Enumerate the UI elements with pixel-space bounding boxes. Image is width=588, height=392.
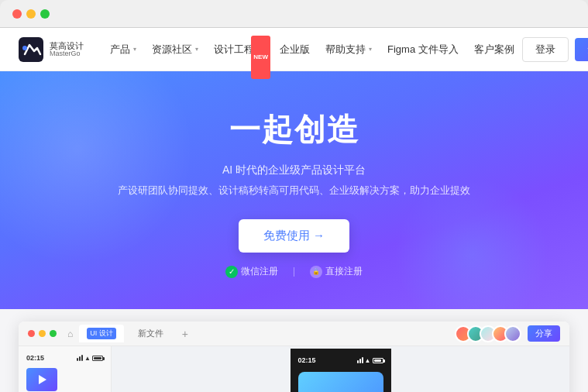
navigation: 莫高设计 MasterGo 产品 ▾ 资源社区 ▾ 设计工程化 NEW 企业版 … — [0, 28, 588, 71]
chevron-down-icon: ▾ — [133, 28, 136, 71]
traffic-lights — [12, 9, 50, 19]
wifi-icon: ▲ — [84, 355, 91, 362]
home-icon[interactable]: ⌂ — [67, 328, 73, 339]
phone-frame-light: 02:15 ▲ — [19, 346, 112, 392]
website: 莫高设计 MasterGo 产品 ▾ 资源社区 ▾ 设计工程化 NEW 企业版 … — [0, 28, 588, 392]
app-preview-section: ⌂ UI 设计 新文件 + 分享 — [0, 309, 588, 392]
wechat-icon: ✓ — [225, 266, 238, 278]
window-minimize[interactable] — [39, 330, 46, 337]
collaborator-avatars — [455, 325, 521, 342]
hero-section: 一起创造 AI 时代的企业级产品设计平台 产设研团队协同提效、设计稿秒转高可用代… — [0, 71, 588, 309]
nav-item-engineering[interactable]: 设计工程化 NEW — [206, 28, 272, 71]
app-window: ⌂ UI 设计 新文件 + 分享 — [19, 322, 569, 392]
phone-frame-dark: 02:15 ▲ — [291, 349, 391, 392]
minimize-button[interactable] — [26, 9, 36, 19]
signal-icon — [77, 355, 83, 361]
chevron-down-icon: ▾ — [195, 28, 198, 71]
nav-items: 产品 ▾ 资源社区 ▾ 设计工程化 NEW 企业版 帮助支持 ▾ Figma 文… — [102, 28, 522, 71]
app-window-bar: ⌂ UI 设计 新文件 + 分享 — [19, 322, 569, 346]
window-maximize[interactable] — [50, 330, 57, 337]
hero-subtitle: AI 时代的企业级产品设计平台 — [19, 163, 569, 177]
phone-login[interactable]: 🔒 直接注册 — [310, 265, 363, 278]
share-button[interactable]: 分享 — [528, 325, 560, 342]
dark-phone-time: 02:15 — [298, 356, 316, 364]
dark-battery-icon — [373, 358, 383, 363]
hero-cta-button[interactable]: 免费使用 → — [239, 219, 349, 253]
nav-logo[interactable]: 莫高设计 MasterGo — [19, 37, 84, 62]
phone-label: 直接注册 — [325, 265, 363, 278]
video-thumbnail[interactable] — [26, 368, 57, 391]
browser-chrome — [0, 0, 588, 28]
social-divider — [294, 267, 294, 277]
nav-item-help[interactable]: 帮助支持 ▾ — [318, 28, 380, 71]
phone-card — [298, 372, 383, 392]
battery-icon — [92, 356, 103, 361]
close-button[interactable] — [12, 9, 22, 19]
hero-desc: 产设研团队协同提效、设计稿秒转高可用代码、企业级解决方案，助力企业提效 — [19, 184, 569, 198]
nav-item-figma[interactable]: Figma 文件导入 — [380, 28, 466, 71]
app-content: 02:15 ▲ — [19, 346, 569, 392]
canvas-area[interactable]: 02:15 ▲ — [112, 346, 569, 392]
tab-new-file[interactable]: 新文件 — [130, 325, 171, 342]
avatar-5 — [504, 325, 521, 342]
wechat-label: 微信注册 — [241, 265, 278, 278]
phone-status-bar: 02:15 ▲ — [26, 354, 103, 362]
tab-actions: 分享 — [455, 325, 560, 342]
phone-time: 02:15 — [26, 354, 44, 362]
fullscreen-button[interactable] — [40, 9, 50, 19]
play-icon — [39, 375, 46, 384]
register-button[interactable]: 免费注册 — [575, 38, 588, 61]
dark-wifi-icon: ▲ — [365, 357, 371, 364]
nav-item-cases[interactable]: 客户案例 — [466, 28, 522, 71]
new-badge: NEW — [251, 36, 270, 79]
nav-actions: 登录 免费注册 — [522, 37, 588, 62]
chevron-down-icon: ▾ — [369, 28, 372, 71]
status-icons: ▲ — [77, 355, 103, 362]
hero-social-login: ✓ 微信注册 🔒 直接注册 — [19, 265, 569, 278]
logo-text: 莫高设计 MasterGo — [50, 41, 84, 58]
login-button[interactable]: 登录 — [522, 37, 569, 62]
window-close[interactable] — [28, 330, 35, 337]
add-tab-button[interactable]: + — [177, 328, 193, 340]
hero-title: 一起创造 — [19, 108, 569, 151]
nav-item-products[interactable]: 产品 ▾ — [102, 28, 144, 71]
logo-icon — [19, 37, 43, 62]
dark-status-icons: ▲ — [357, 357, 383, 364]
lock-icon: 🔒 — [310, 266, 322, 278]
logo-cn: 莫高设计 — [50, 41, 84, 50]
dark-signal-icon — [357, 357, 363, 363]
svg-rect-0 — [19, 37, 43, 62]
window-dots — [28, 330, 57, 337]
nav-item-resources[interactable]: 资源社区 ▾ — [144, 28, 206, 71]
nav-item-enterprise[interactable]: 企业版 — [272, 28, 318, 71]
tab-ui-design[interactable]: UI 设计 — [79, 325, 124, 342]
tab-badge: UI 设计 — [87, 328, 116, 339]
wechat-login[interactable]: ✓ 微信注册 — [225, 265, 278, 278]
dark-phone-status: 02:15 ▲ — [298, 356, 383, 364]
logo-en: MasterGo — [50, 50, 84, 58]
svg-point-1 — [22, 46, 27, 50]
